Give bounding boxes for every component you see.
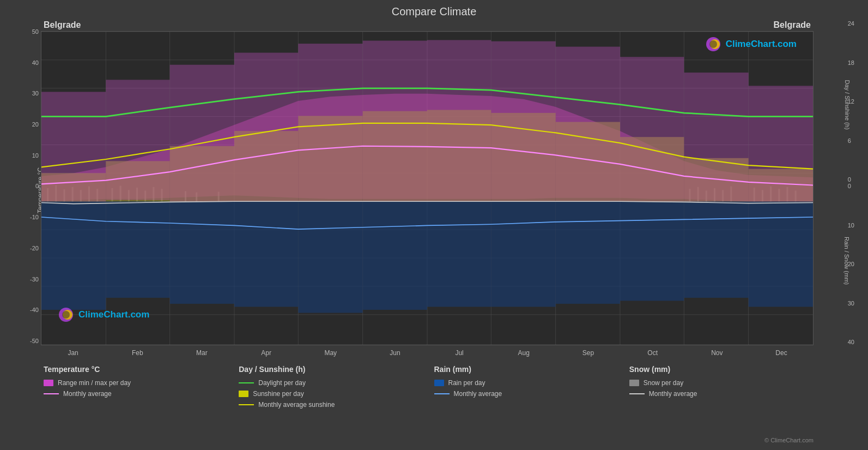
legend-line-rain-avg bbox=[434, 393, 450, 394]
legend-label-sunshine: Sunshine per day bbox=[253, 390, 304, 398]
r-label-rain: Rain / Snow (mm) bbox=[843, 237, 850, 285]
legend-col-temp: Temperature °C Range min / max per day M… bbox=[44, 365, 239, 434]
chart-plot: ClimeChart.com ClimeChart.com bbox=[41, 31, 814, 345]
svg-rect-80 bbox=[234, 53, 298, 202]
legend-swatch-snow bbox=[629, 380, 639, 386]
legend-heading-rain: Rain (mm) bbox=[434, 365, 629, 374]
r-tick-24: 24 bbox=[848, 20, 854, 27]
city-label-left: Belgrade bbox=[44, 20, 81, 30]
svg-point-94 bbox=[709, 40, 717, 48]
x-tick-nov: Nov bbox=[685, 349, 749, 357]
top-labels: Belgrade Belgrade bbox=[41, 20, 814, 30]
x-tick-may: May bbox=[299, 349, 363, 357]
svg-rect-82 bbox=[363, 41, 427, 202]
legend-heading-snow: Snow (mm) bbox=[629, 365, 824, 374]
legend-swatch-sunshine bbox=[239, 391, 248, 397]
chart-area: Temperature °C 50 40 30 20 10 0 -10 -20 … bbox=[11, 20, 857, 361]
legend-label-temp-avg: Monthly average bbox=[63, 390, 112, 398]
svg-rect-78 bbox=[106, 80, 169, 200]
legend-col-snow: Snow (mm) Snow per day Monthly average bbox=[629, 365, 824, 434]
r-tick-18: 18 bbox=[848, 59, 854, 66]
legend-label-temp-range: Range min / max per day bbox=[58, 379, 131, 387]
legend-label-daylight: Daylight per day bbox=[258, 379, 306, 387]
r-tick-0-top: 0 bbox=[848, 176, 851, 183]
x-tick-feb: Feb bbox=[105, 349, 169, 357]
watermark-bottom: ClimeChart.com bbox=[58, 307, 149, 323]
svg-rect-83 bbox=[427, 40, 491, 201]
r-tick-6: 6 bbox=[848, 137, 851, 144]
x-tick-oct: Oct bbox=[621, 349, 685, 357]
logo-text-top: ClimeChart.com bbox=[726, 39, 797, 50]
svg-rect-86 bbox=[620, 57, 684, 201]
svg-rect-84 bbox=[491, 41, 555, 202]
legend-col-rain: Rain (mm) Rain per day Monthly average bbox=[434, 365, 629, 434]
legend-item-daylight: Daylight per day bbox=[239, 379, 434, 387]
city-label-right: Belgrade bbox=[774, 20, 811, 30]
svg-rect-30 bbox=[491, 201, 555, 307]
main-container: Compare Climate Temperature °C 50 40 30 … bbox=[0, 0, 868, 450]
legend-line-temp-avg bbox=[44, 393, 59, 394]
legend-label-snow: Snow per day bbox=[644, 379, 683, 387]
x-tick-sep: Sep bbox=[556, 349, 620, 357]
legend-item-snow-avg: Monthly average bbox=[629, 390, 824, 398]
legend-item-snow: Snow per day bbox=[629, 379, 824, 387]
svg-rect-25 bbox=[170, 201, 234, 304]
svg-rect-79 bbox=[170, 65, 234, 202]
legend-item-rain: Rain per day bbox=[434, 379, 629, 387]
x-tick-jun: Jun bbox=[363, 349, 427, 357]
chart-svg bbox=[41, 32, 813, 345]
svg-rect-24 bbox=[106, 201, 169, 298]
legend-heading-sunshine: Day / Sunshine (h) bbox=[239, 365, 434, 374]
svg-rect-33 bbox=[684, 201, 748, 298]
legend-label-snow-avg: Monthly average bbox=[649, 390, 697, 398]
watermark-top: ClimeChart.com bbox=[705, 36, 797, 52]
legend-item-sunshine: Sunshine per day bbox=[239, 390, 434, 398]
r-tick-10: 10 bbox=[848, 222, 854, 229]
svg-rect-28 bbox=[363, 201, 427, 310]
x-tick-jan: Jan bbox=[41, 349, 105, 357]
x-tick-apr: Apr bbox=[234, 349, 299, 357]
svg-rect-29 bbox=[427, 201, 491, 307]
chart-title: Compare Climate bbox=[11, 5, 857, 18]
logo-icon-bottom bbox=[58, 307, 74, 323]
legend-line-daylight bbox=[239, 382, 254, 383]
legend-swatch-temp-range bbox=[44, 380, 53, 386]
legend-swatch-rain bbox=[434, 380, 444, 386]
legend-line-snow-avg bbox=[629, 393, 645, 394]
legend-col-sunshine: Day / Sunshine (h) Daylight per day Suns… bbox=[239, 365, 434, 434]
y-axis-left-ticks: 50 40 30 20 10 0 -10 -20 -30 -40 -50 bbox=[30, 28, 39, 344]
svg-rect-87 bbox=[684, 73, 748, 201]
legend-item-sunshine-avg: Monthly average sunshine bbox=[239, 401, 434, 409]
legend-item-temp-avg: Monthly average bbox=[44, 390, 239, 398]
svg-rect-85 bbox=[556, 47, 620, 202]
legend-label-sunshine-avg: Monthly average sunshine bbox=[258, 401, 335, 409]
chart-center: Belgrade Belgrade bbox=[41, 20, 814, 361]
svg-rect-31 bbox=[556, 201, 620, 304]
svg-point-91 bbox=[62, 311, 70, 319]
svg-rect-77 bbox=[41, 92, 106, 201]
legend-item-rain-avg: Monthly average bbox=[434, 390, 629, 398]
legend-label-rain-avg: Monthly average bbox=[454, 390, 502, 398]
copyright: © ClimeChart.com bbox=[11, 437, 857, 445]
x-tick-jul: Jul bbox=[427, 349, 491, 357]
r-tick-30: 30 bbox=[848, 300, 854, 307]
legend-line-sunshine-avg bbox=[239, 404, 254, 405]
logo-icon-top bbox=[705, 36, 721, 52]
r-label-sunshine: Day / Sunshine (h) bbox=[843, 80, 850, 129]
x-tick-mar: Mar bbox=[169, 349, 234, 357]
x-axis: Jan Feb Mar Apr May Jun Jul Aug Sep Oct … bbox=[41, 345, 814, 361]
legend-area: Temperature °C Range min / max per day M… bbox=[11, 361, 857, 437]
legend-item-temp-range: Range min / max per day bbox=[44, 379, 239, 387]
r-tick-40: 40 bbox=[848, 339, 854, 345]
r-tick-0-bot: 0 bbox=[848, 183, 851, 189]
svg-rect-81 bbox=[298, 44, 362, 201]
logo-text-bottom: ClimeChart.com bbox=[78, 309, 149, 320]
svg-rect-32 bbox=[620, 201, 684, 301]
svg-rect-27 bbox=[298, 201, 362, 313]
y-axis-left: Temperature °C 50 40 30 20 10 0 -10 -20 … bbox=[11, 20, 41, 361]
x-tick-dec: Dec bbox=[749, 349, 814, 357]
svg-rect-26 bbox=[234, 201, 298, 307]
legend-heading-temp: Temperature °C bbox=[44, 365, 239, 374]
y-axis-right: 24 18 12 6 0 Day / Sunshine (h) 0 10 20 … bbox=[814, 20, 857, 361]
x-tick-aug: Aug bbox=[491, 349, 556, 357]
